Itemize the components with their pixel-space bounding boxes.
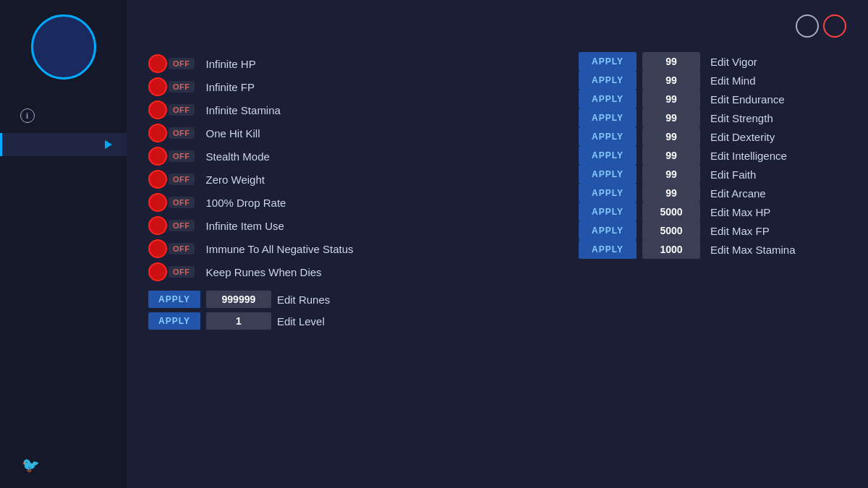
toggle-btn-infinite-fp[interactable]: OFF <box>148 77 195 96</box>
close-button[interactable] <box>823 14 846 38</box>
toggle-label-one-hit-kill: OFF <box>169 127 195 139</box>
stat-apply-btn-max-stamina[interactable]: APPLY <box>579 240 637 259</box>
window-controls <box>796 14 846 38</box>
stat-row-vigor: APPLY Edit Vigor <box>579 52 846 71</box>
toggle-text-immune-status: Immune To All Negative Status <box>206 243 354 255</box>
toggle-btn-one-hit-kill[interactable]: OFF <box>148 124 195 142</box>
stat-apply-btn-arcane[interactable]: APPLY <box>579 184 637 202</box>
toggle-btn-keep-runes[interactable]: OFF <box>148 262 195 281</box>
stat-label-mind: Edit Mind <box>710 74 756 87</box>
toggle-text-infinite-fp: Infinite FP <box>206 81 255 93</box>
stat-apply-btn-strength[interactable]: APPLY <box>579 108 637 127</box>
stat-label-faith: Edit Faith <box>710 168 756 181</box>
toggle-btn-drop-rate[interactable]: OFF <box>148 193 195 212</box>
stat-row-arcane: APPLY Edit Arcane <box>579 184 846 202</box>
toggle-circle-infinite-fp <box>148 77 167 96</box>
toggle-btn-zero-weight[interactable]: OFF <box>148 170 195 189</box>
toggle-label-infinite-fp: OFF <box>169 81 195 93</box>
apply-btn-level[interactable]: APPLY <box>148 312 200 330</box>
stat-label-strength: Edit Strength <box>710 112 773 124</box>
stat-apply-btn-vigor[interactable]: APPLY <box>579 52 637 71</box>
stat-row-max-hp: APPLY Edit Max HP <box>579 202 846 221</box>
stat-label-intelligence: Edit Intelligence <box>710 150 787 162</box>
minimize-button[interactable] <box>796 14 819 38</box>
stat-input-endurance[interactable] <box>642 90 700 108</box>
stat-input-vigor[interactable] <box>642 52 700 71</box>
sidebar-item-function[interactable] <box>0 133 127 156</box>
toggle-row-immune-status: OFF Immune To All Negative Status <box>148 237 557 260</box>
twitter-icon[interactable]: 🐦 <box>22 456 40 474</box>
stat-input-mind[interactable] <box>642 71 700 90</box>
stat-input-max-stamina[interactable] <box>642 240 700 259</box>
sidebar-footer: 🐦 <box>0 456 127 474</box>
stat-row-strength: APPLY Edit Strength <box>579 108 846 127</box>
toggle-text-infinite-hp: Infinite HP <box>206 58 256 70</box>
toggle-row-zero-weight: OFF Zero Weight <box>148 168 557 191</box>
sidebar-item-home[interactable]: i <box>0 101 127 130</box>
toggle-text-drop-rate: 100% Drop Rate <box>206 197 286 209</box>
toggle-label-infinite-item: OFF <box>169 220 195 231</box>
toggle-label-keep-runes: OFF <box>169 266 195 278</box>
toggle-circle-immune-status <box>148 239 167 258</box>
toggle-text-zero-weight: Zero Weight <box>206 174 265 186</box>
stat-apply-btn-endurance[interactable]: APPLY <box>579 90 637 108</box>
toggle-btn-infinite-stamina[interactable]: OFF <box>148 100 195 119</box>
stat-label-endurance: Edit Endurance <box>710 93 785 106</box>
nav-items: i <box>0 101 127 156</box>
stat-row-endurance: APPLY Edit Endurance <box>579 90 846 108</box>
sidebar: i 🐦 <box>0 0 127 488</box>
stat-label-dexterity: Edit Dexterity <box>710 131 775 143</box>
stat-input-arcane[interactable] <box>642 184 700 202</box>
stat-row-intelligence: APPLY Edit Intelligence <box>579 146 846 165</box>
toggle-btn-stealth-mode[interactable]: OFF <box>148 147 195 166</box>
toggle-text-infinite-stamina: Infinite Stamina <box>206 104 281 116</box>
toggle-row-infinite-item: OFF Infinite Item Use <box>148 214 557 237</box>
toggle-row-infinite-hp: OFF Infinite HP <box>148 52 557 75</box>
stat-label-max-fp: Edit Max FP <box>710 225 770 237</box>
toggle-row-keep-runes: OFF Keep Runes When Dies <box>148 260 557 283</box>
apply-row-runes: APPLY Edit Runes <box>148 291 557 308</box>
toggle-label-drop-rate: OFF <box>169 197 195 208</box>
toggle-label-infinite-stamina: OFF <box>169 104 195 116</box>
stat-apply-btn-max-fp[interactable]: APPLY <box>579 221 637 240</box>
stat-apply-btn-mind[interactable]: APPLY <box>579 71 637 90</box>
stat-input-dexterity[interactable] <box>642 127 700 146</box>
toggle-circle-infinite-stamina <box>148 100 167 119</box>
stat-panel: APPLY Edit Vigor APPLY Edit Mind APPLY E… <box>579 52 846 330</box>
stat-apply-btn-faith[interactable]: APPLY <box>579 165 637 184</box>
toggle-row-infinite-stamina: OFF Infinite Stamina <box>148 98 557 121</box>
apply-input-level[interactable] <box>206 312 271 330</box>
toggle-circle-zero-weight <box>148 170 167 189</box>
toggle-text-one-hit-kill: One Hit Kill <box>206 127 260 140</box>
toggle-circle-one-hit-kill <box>148 124 167 142</box>
stat-input-faith[interactable] <box>642 165 700 184</box>
arrow-icon <box>105 140 112 149</box>
stat-row-max-fp: APPLY Edit Max FP <box>579 221 846 240</box>
stat-label-arcane: Edit Arcane <box>710 187 766 200</box>
apply-input-runes[interactable] <box>206 291 271 308</box>
stat-input-max-hp[interactable] <box>642 202 700 221</box>
toggle-row-infinite-fp: OFF Infinite FP <box>148 75 557 98</box>
toggle-text-stealth-mode: Stealth Mode <box>206 150 270 163</box>
stat-apply-btn-dexterity[interactable]: APPLY <box>579 127 637 146</box>
apply-label-runes: Edit Runes <box>277 294 330 306</box>
toggle-btn-infinite-item[interactable]: OFF <box>148 216 195 235</box>
stat-input-intelligence[interactable] <box>642 146 700 165</box>
toggle-label-immune-status: OFF <box>169 243 195 254</box>
stat-label-max-hp: Edit Max HP <box>710 206 770 218</box>
toggle-btn-infinite-hp[interactable]: OFF <box>148 54 195 73</box>
info-icon[interactable]: i <box>20 108 35 123</box>
stat-input-max-fp[interactable] <box>642 221 700 240</box>
apply-btn-runes[interactable]: APPLY <box>148 291 200 308</box>
toggle-row-drop-rate: OFF 100% Drop Rate <box>148 191 557 214</box>
stat-input-strength[interactable] <box>642 108 700 127</box>
toggle-circle-infinite-hp <box>148 54 167 73</box>
stat-apply-btn-max-hp[interactable]: APPLY <box>579 202 637 221</box>
stat-row-mind: APPLY Edit Mind <box>579 71 846 90</box>
content-area: OFF Infinite HP OFF Infinite FP OFF Infi… <box>148 52 846 330</box>
toggle-circle-keep-runes <box>148 262 167 281</box>
stat-apply-btn-intelligence[interactable]: APPLY <box>579 146 637 165</box>
toggle-btn-immune-status[interactable]: OFF <box>148 239 195 258</box>
toggle-label-infinite-hp: OFF <box>169 58 195 69</box>
toggle-row-stealth-mode: OFF Stealth Mode <box>148 145 557 168</box>
